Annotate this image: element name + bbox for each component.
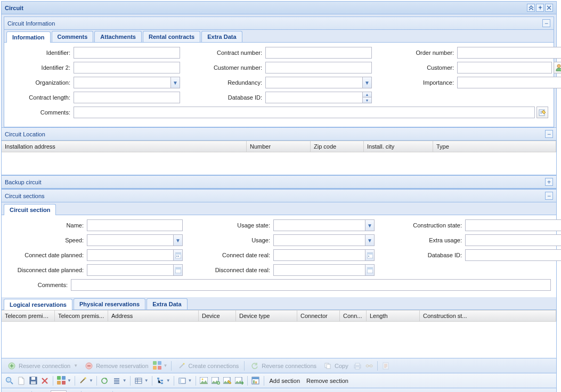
col-device-type[interactable]: Device type [236, 311, 297, 321]
create-connections-button[interactable]: Create connections [175, 360, 241, 372]
tab-attachments[interactable]: Attachments [94, 31, 142, 42]
disconnect-real-date[interactable] [273, 264, 375, 276]
tab-comments[interactable]: Comments [52, 31, 94, 42]
tab-rental-contracts[interactable]: Rental contracts [143, 31, 200, 42]
name-input[interactable] [87, 219, 183, 231]
calendar-icon[interactable] [173, 264, 183, 276]
col-device[interactable]: Device [199, 311, 236, 321]
chevron-down-icon[interactable]: ▼ [173, 234, 183, 246]
col-connector[interactable]: Connector [297, 311, 340, 321]
col-length[interactable]: Length [367, 311, 420, 321]
add-section-button[interactable]: Add section [267, 377, 302, 385]
section-comments-input[interactable] [71, 279, 551, 291]
remove-section-button[interactable]: Remove section [304, 377, 351, 385]
panel-icon[interactable] [177, 376, 187, 386]
chevron-down-icon[interactable]: ▼ [170, 77, 180, 88]
new-icon[interactable] [17, 376, 26, 386]
delete-icon[interactable] [40, 376, 50, 386]
customer-number-input[interactable] [265, 62, 372, 74]
connect-planned-date[interactable] [87, 249, 183, 261]
contract-length-input[interactable] [74, 92, 180, 103]
collapse-icon[interactable]: − [542, 19, 550, 27]
save-icon[interactable] [28, 376, 38, 386]
extra-usage-input[interactable] [465, 234, 561, 246]
tab-extra-data2[interactable]: Extra Data [147, 298, 187, 309]
calendar-icon[interactable] [365, 249, 375, 261]
chevron-down-icon[interactable]: ▼ [188, 378, 192, 383]
col-type[interactable]: Type [433, 141, 556, 152]
disconnect-planned-date[interactable] [87, 264, 183, 276]
table-icon[interactable] [134, 376, 143, 386]
contract-number-input[interactable] [265, 47, 372, 59]
tab-information[interactable]: Information [6, 31, 51, 43]
reservations-grid-body[interactable] [2, 322, 556, 358]
col-construction-st[interactable]: Construction st... [420, 311, 556, 321]
chevron-down-icon[interactable]: ▼ [144, 378, 149, 383]
tab-extra-data[interactable]: Extra Data [201, 31, 242, 42]
sheet-icon[interactable] [381, 361, 391, 371]
tree-icon[interactable] [156, 376, 165, 386]
col-telecom-premises2[interactable]: Telecom premis... [55, 311, 108, 321]
chevron-down-icon[interactable]: ▼ [164, 363, 168, 368]
copy-button[interactable]: Copy [321, 360, 351, 372]
comments-input[interactable] [74, 107, 535, 118]
spin-down-icon[interactable]: ▼ [362, 97, 372, 103]
calendar-icon[interactable] [173, 249, 183, 261]
importance-combo[interactable]: ▼ [457, 77, 561, 88]
reserve-connection-button[interactable]: Reserve connection ▼ [5, 360, 80, 372]
collapse-icon[interactable]: − [545, 192, 553, 200]
col-address[interactable]: Address [108, 311, 199, 321]
image-go-icon[interactable] [234, 376, 244, 386]
image-icon[interactable] [199, 376, 209, 386]
close-icon[interactable] [545, 4, 553, 12]
col-install-city[interactable]: Install. city [364, 141, 433, 152]
section-database-id-spinner[interactable]: ▲▼ [465, 249, 561, 261]
spin-up-icon[interactable]: ▲ [362, 92, 372, 97]
customer-input[interactable] [457, 62, 552, 74]
print-icon[interactable] [353, 361, 362, 371]
chevron-down-icon[interactable]: ▼ [365, 234, 375, 246]
organization-combo[interactable]: ▼ [74, 77, 180, 88]
remove-reservation-button[interactable]: Remove reservation [82, 360, 150, 372]
chevron-down-icon[interactable]: ▼ [123, 378, 127, 383]
connect-real-date[interactable] [273, 249, 375, 261]
tab-logical-reservations[interactable]: Logical reservations [4, 299, 72, 310]
col-zip[interactable]: Zip code [311, 141, 364, 152]
pager-item-input[interactable] [51, 390, 67, 393]
database-id-spinner[interactable]: ▲▼ [265, 92, 372, 103]
usage-state-combo[interactable]: ▼ [273, 219, 375, 231]
identifier-input[interactable] [74, 47, 180, 59]
location-grid-body[interactable] [2, 152, 556, 175]
tab-physical-reservations[interactable]: Physical reservations [74, 298, 145, 309]
chevron-down-icon[interactable]: ▼ [362, 77, 372, 88]
chevron-down-icon[interactable]: ▼ [89, 378, 93, 383]
chevron-down-icon[interactable]: ▼ [365, 219, 375, 231]
tab-circuit-section[interactable]: Circuit section [4, 204, 56, 215]
image-edit-icon[interactable] [223, 376, 232, 386]
construction-state-combo[interactable]: ▼ [465, 219, 561, 231]
wand-icon[interactable] [78, 376, 88, 386]
link-icon[interactable] [364, 361, 374, 371]
add-customer-icon[interactable] [554, 62, 561, 74]
chevron-down-icon[interactable]: ▼ [67, 378, 71, 383]
chevron-down-icon[interactable]: ▼ [166, 378, 170, 383]
reverse-connections-button[interactable]: Reverse connections [248, 360, 319, 372]
list-icon[interactable] [112, 376, 121, 386]
search-icon[interactable] [5, 376, 14, 386]
collapse-up-icon[interactable] [527, 4, 535, 12]
order-number-input[interactable] [457, 47, 561, 59]
edit-comments-icon[interactable] [536, 107, 548, 118]
redundancy-combo[interactable]: ▼ [265, 77, 372, 88]
expand-icon[interactable]: + [545, 178, 553, 186]
calendar-icon[interactable] [365, 264, 375, 276]
grid-color-icon[interactable] [56, 376, 66, 386]
speed-combo[interactable]: ▼ [87, 234, 183, 246]
col-number[interactable]: Number [247, 141, 311, 152]
report-icon[interactable] [251, 376, 261, 386]
reload-icon[interactable] [100, 376, 110, 386]
pin-icon[interactable] [536, 4, 544, 12]
image-add-icon[interactable] [211, 376, 221, 386]
collapse-icon[interactable]: − [545, 130, 553, 138]
usage-combo[interactable]: ▼ [273, 234, 375, 246]
identifier2-input[interactable] [74, 62, 180, 74]
